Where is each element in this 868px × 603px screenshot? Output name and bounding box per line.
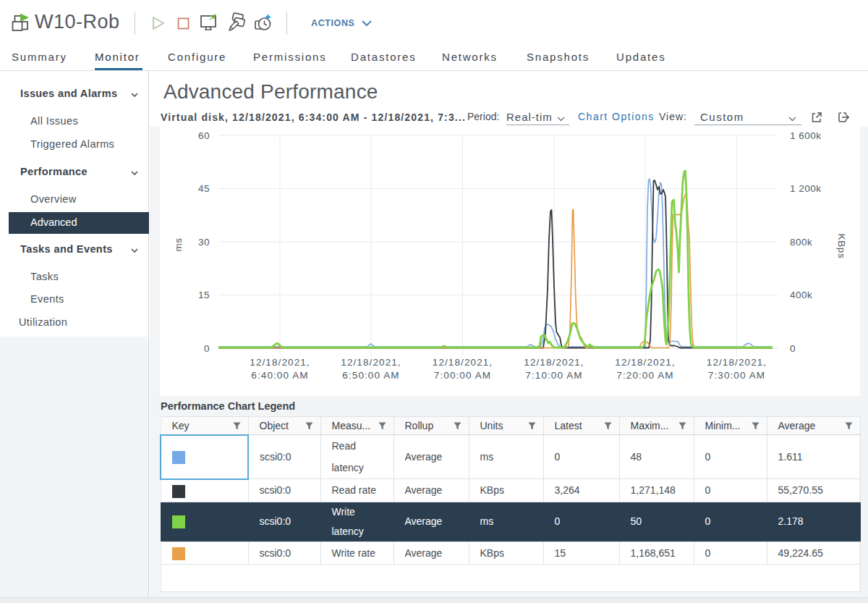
svg-text:12/18/2021,: 12/18/2021,	[250, 357, 310, 368]
svg-text:12/18/2021,: 12/18/2021,	[615, 357, 675, 368]
svg-text:800k: 800k	[790, 237, 812, 248]
svg-text:KBps: KBps	[836, 234, 847, 258]
svg-text:7:20:00 AM: 7:20:00 AM	[616, 370, 673, 381]
svg-text:7:30:00 AM: 7:30:00 AM	[708, 370, 765, 381]
svg-text:12/18/2021,: 12/18/2021,	[433, 357, 493, 368]
svg-text:400k: 400k	[790, 290, 812, 300]
svg-text:12/18/2021,: 12/18/2021,	[524, 357, 584, 368]
svg-text:0: 0	[790, 343, 796, 354]
svg-text:7:00:00 AM: 7:00:00 AM	[434, 370, 491, 381]
svg-text:6:40:00 AM: 6:40:00 AM	[251, 370, 308, 381]
svg-text:6:50:00 AM: 6:50:00 AM	[342, 370, 399, 381]
svg-text:7:10:00 AM: 7:10:00 AM	[525, 370, 582, 381]
svg-text:12/18/2021,: 12/18/2021,	[341, 357, 401, 368]
svg-text:1 600k: 1 600k	[790, 130, 822, 141]
svg-text:60: 60	[198, 130, 210, 141]
svg-text:45: 45	[198, 183, 210, 194]
svg-text:30: 30	[198, 237, 210, 248]
svg-text:15: 15	[198, 290, 210, 300]
svg-text:0: 0	[204, 343, 210, 354]
svg-text:1 200k: 1 200k	[790, 183, 822, 194]
svg-text:ms: ms	[173, 238, 184, 252]
svg-text:12/18/2021,: 12/18/2021,	[707, 357, 767, 368]
